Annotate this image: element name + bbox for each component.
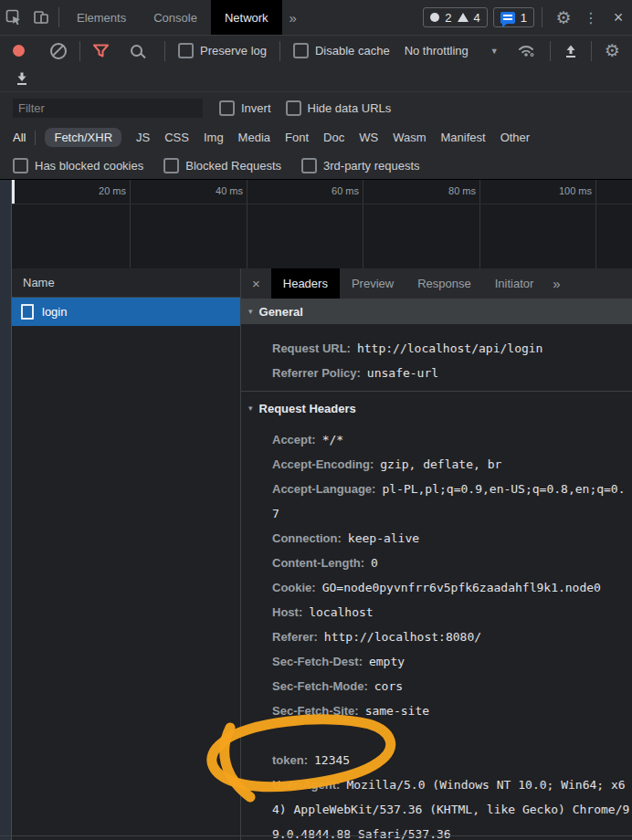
blocked-requests-toggle[interactable]: Blocked Requests [163, 158, 281, 173]
record-network-log-icon[interactable] [13, 45, 25, 57]
requests-list-empty-area[interactable] [12, 326, 240, 840]
request-headers-section-header[interactable]: ▾ Request Headers [241, 395, 632, 421]
details-tab-initiator[interactable]: Initiator [483, 268, 546, 299]
disable-cache-toggle[interactable]: Disable cache [293, 43, 390, 58]
invert-toggle[interactable]: Invert [219, 100, 271, 116]
tab-console[interactable]: Console [140, 0, 211, 35]
network-controls: Preserve log Disable cache No throttling… [0, 36, 632, 180]
request-row-login[interactable]: login [12, 298, 240, 326]
third-party-requests-toggle[interactable]: 3rd-party requests [301, 158, 420, 173]
export-har-icon[interactable] [564, 44, 578, 58]
type-filter-fetch-xhr[interactable]: Fetch/XHR [45, 128, 121, 147]
details-tab-preview[interactable]: Preview [340, 268, 406, 299]
general-section-header[interactable]: ▾ General [241, 299, 632, 324]
header-row: Referrer Policy:unsafe-url [272, 361, 630, 385]
throttling-dropdown-arrow-icon[interactable]: ▼ [490, 47, 499, 56]
type-filter-other[interactable]: Other [500, 131, 531, 144]
type-filter-wasm[interactable]: Wasm [393, 131, 426, 144]
preserve-log-toggle[interactable]: Preserve log [178, 43, 267, 58]
hide-data-urls-toggle[interactable]: Hide data URLs [286, 100, 392, 116]
headers-detail-body: ▾ General Request URL:http://localhost/a… [241, 299, 632, 840]
warning-triangle-icon [458, 13, 469, 22]
third-party-requests-checkbox[interactable] [301, 158, 317, 173]
network-settings-gear-icon[interactable]: ⚙ [605, 42, 620, 59]
has-blocked-cookies-toggle[interactable]: Has blocked cookies [13, 158, 143, 173]
timeline-tick: 20 ms [12, 180, 131, 268]
header-row: Sec-Fetch-Site:same-site [272, 698, 630, 723]
token-value: 12345 [314, 753, 350, 767]
general-section-title: General [259, 305, 303, 319]
header-row: Cookie:GO=node0pyvnfrr6v5pfk6zaadahfl9k1… [272, 575, 630, 600]
requests-list-pane: Name login [12, 268, 241, 840]
toolbar-separator [591, 41, 592, 61]
toolbar-separator [58, 7, 59, 27]
settings-gear-icon[interactable]: ⚙ [550, 0, 577, 35]
toolbar-separator [79, 41, 80, 61]
error-count: 2 [445, 11, 451, 25]
header-row: Accept-Encoding:gzip, deflate, br [272, 452, 630, 477]
inspect-element-icon[interactable] [0, 0, 27, 35]
toggle-device-toolbar-icon[interactable] [27, 0, 55, 35]
has-blocked-cookies-checkbox[interactable] [13, 158, 28, 173]
more-options-kebab-icon[interactable]: ⋮ [577, 0, 605, 35]
disable-cache-label: Disable cache [315, 44, 390, 58]
request-type-filters: All Fetch/XHR JS CSS Img Media Font Doc … [0, 123, 632, 152]
type-filter-js[interactable]: JS [136, 131, 150, 144]
network-panel-body: 20 ms 40 ms 60 ms 80 ms 100 ms Name logi… [0, 180, 632, 840]
blocked-requests-checkbox[interactable] [163, 158, 179, 173]
preserve-log-checkbox[interactable] [178, 43, 194, 58]
tabbar-spacer [304, 0, 423, 35]
issues-badge[interactable]: 1 [493, 7, 534, 27]
details-tab-response[interactable]: Response [406, 268, 483, 299]
general-headers-list: Request URL:http://localhost/api/login R… [241, 324, 632, 385]
details-tab-headers[interactable]: Headers [271, 268, 340, 299]
devtools-tabbar: Elements Console Network » 2 4 1 ⚙ ⋮ × [0, 0, 632, 36]
filter-funnel-icon[interactable] [93, 44, 109, 58]
type-filter-doc[interactable]: Doc [323, 131, 344, 144]
clear-network-log-icon[interactable] [50, 43, 67, 59]
type-filter-manifest[interactable]: Manifest [440, 131, 485, 144]
import-row [0, 66, 632, 92]
window-edge-gutter [0, 180, 12, 840]
section-divider [241, 391, 632, 392]
header-row: Accept:*/* [272, 427, 630, 452]
devtools-window: Elements Console Network » 2 4 1 ⚙ ⋮ × [0, 0, 632, 840]
header-row: Request URL:http://localhost/api/login [272, 336, 630, 361]
type-filter-media[interactable]: Media [238, 131, 270, 144]
network-overview-timeline[interactable]: 20 ms 40 ms 60 ms 80 ms 100 ms [12, 180, 632, 268]
header-row-token: token:12345 [272, 748, 630, 772]
type-filter-all[interactable]: All [13, 131, 26, 144]
header-row: Sec-Fetch-Mode:cors [272, 674, 630, 698]
type-filter-ws[interactable]: WS [359, 131, 378, 144]
header-row: Host:localhost [272, 600, 630, 625]
timeline-ruler-line [12, 204, 632, 205]
type-filter-img[interactable]: Img [204, 131, 224, 144]
tab-elements[interactable]: Elements [63, 0, 140, 35]
throttling-select[interactable]: No throttling [405, 44, 469, 58]
disable-cache-checkbox[interactable] [293, 43, 309, 58]
hide-data-urls-checkbox[interactable] [286, 100, 301, 116]
hide-data-urls-label: Hide data URLs [308, 101, 392, 115]
details-more-tabs-chevron-icon[interactable]: » [545, 268, 567, 299]
invert-checkbox[interactable] [219, 100, 235, 116]
toolbar-separator [542, 7, 542, 27]
more-tabs-chevron-icon[interactable]: » [282, 0, 304, 35]
timeline-tick: 60 ms [248, 180, 363, 268]
filter-input[interactable] [13, 99, 203, 118]
close-devtools-icon[interactable]: × [605, 0, 632, 35]
name-column-header[interactable]: Name [12, 268, 240, 298]
console-errors-warnings-badge[interactable]: 2 4 [423, 7, 487, 27]
type-filter-css[interactable]: CSS [164, 131, 189, 144]
timeline-scrubber-handle[interactable] [12, 180, 15, 204]
details-tabbar: × Headers Preview Response Initiator » [241, 268, 632, 299]
disclosure-triangle-icon: ▾ [248, 404, 253, 413]
tab-network[interactable]: Network [211, 0, 282, 35]
request-headers-section-title: Request Headers [259, 402, 356, 415]
header-row: Content-Length:0 [272, 551, 630, 575]
close-details-icon[interactable]: × [241, 268, 271, 299]
type-filter-font[interactable]: Font [285, 131, 309, 144]
import-har-icon[interactable] [15, 71, 29, 86]
network-conditions-icon[interactable] [517, 43, 537, 58]
search-icon[interactable] [131, 45, 142, 57]
third-party-requests-label: 3rd-party requests [323, 159, 420, 173]
